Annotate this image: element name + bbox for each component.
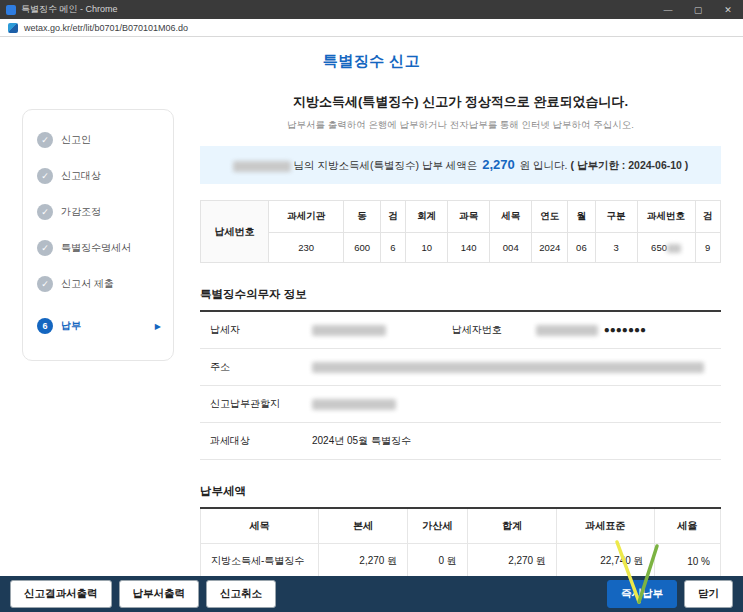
value-address: [304, 349, 721, 386]
cell-rate: 10 %: [654, 544, 720, 579]
cell-tax-base: 22,740 원: [556, 544, 654, 579]
cell-check2: 9: [695, 233, 720, 263]
cell-tax-no: 650: [637, 233, 695, 263]
step-label: 신고서 제출: [61, 277, 114, 291]
chrome-app-icon: [6, 5, 16, 15]
value-tax-target: 2024년 05월 특별징수: [304, 423, 721, 460]
column-header: 과세표준: [556, 509, 654, 544]
table-row: 신고납부관할지: [200, 386, 721, 423]
value-jurisdiction: [304, 386, 721, 423]
check-icon: ✓: [37, 168, 53, 184]
table-row: 과세대상 2024년 05월 특별징수: [200, 423, 721, 460]
cell-year: 2024: [532, 233, 568, 263]
cancel-report-button[interactable]: 신고취소: [206, 580, 276, 608]
column-header: 회계: [406, 201, 448, 233]
browser-window: 특별징수 메인 - Chrome — ▢ ✕ wetax.go.kr/etr/l…: [0, 0, 743, 612]
masked-digits: ●●●●●●●: [604, 324, 646, 335]
chevron-right-icon: ▶: [155, 322, 161, 331]
payment-deadline: ( 납부기한 : 2024-06-10 ): [570, 159, 688, 171]
cell-agency: 230: [269, 233, 344, 263]
page-title: 특별징수 신고: [0, 52, 743, 71]
label-address: 주소: [200, 349, 304, 386]
print-bill-button[interactable]: 납부서출력: [119, 580, 200, 608]
sidebar-item-target[interactable]: ✓ 신고대상: [37, 168, 161, 184]
url-bar[interactable]: wetax.go.kr/etr/lit/b0701/B070101M06.do: [0, 19, 743, 37]
cell-tax-item: 지방소득세-특별징수: [201, 544, 319, 579]
page-body: 특별징수 신고 ✓ 신고인 ✓ 신고대상 ✓ 가감조정 ✓ 특별징수명세서: [0, 37, 743, 612]
cell-total: 2,270 원: [467, 544, 556, 579]
step-label: 가감조정: [61, 205, 101, 219]
step-number-badge: 6: [37, 318, 53, 334]
sidebar-item-adjustment[interactable]: ✓ 가감조정: [37, 204, 161, 220]
redacted-value: [312, 325, 386, 336]
check-icon: ✓: [37, 240, 53, 256]
label-taxpayer-no: 납세자번호: [442, 312, 528, 349]
redacted-value: [312, 362, 704, 373]
payment-section-title: 납부세액: [200, 484, 721, 509]
cell-item: 004: [490, 233, 532, 263]
maximize-button[interactable]: ▢: [683, 0, 713, 19]
cell-dong: 600: [344, 233, 381, 263]
window-titlebar: 특별징수 메인 - Chrome — ▢ ✕: [0, 0, 743, 19]
footer-action-bar: 신고결과서출력 납부서출력 신고취소 즉시납부 닫기: [0, 576, 743, 612]
check-icon: ✓: [37, 204, 53, 220]
column-header: 동: [344, 201, 381, 233]
completion-heading: 지방소득세(특별징수) 신고가 정상적으로 완료되었습니다.: [200, 93, 721, 111]
url-text: wetax.go.kr/etr/lit/b0701/B070101M06.do: [24, 23, 188, 33]
main-content: 지방소득세(특별징수) 신고가 정상적으로 완료되었습니다. 납부서를 출력하여…: [174, 71, 721, 579]
table-row: 납세자 납세자번호 ●●●●●●●: [200, 312, 721, 349]
table-row: 230 600 6 10 140 004 2024 06 3 650 9: [201, 233, 721, 263]
label-tax-target: 과세대상: [200, 423, 304, 460]
redacted-digits: [667, 244, 681, 253]
column-header: 본세: [319, 509, 408, 544]
tax-number-label: 납세번호: [201, 201, 269, 263]
table-row: 주소: [200, 349, 721, 386]
step-label: 특별징수명세서: [61, 241, 131, 255]
close-window-button[interactable]: ✕: [713, 0, 743, 19]
completion-subtext: 납부서를 출력하여 은행에 납부하거나 전자납부를 통해 인터넷 납부하여 주십…: [200, 119, 721, 132]
print-result-button[interactable]: 신고결과서출력: [10, 580, 112, 608]
payment-amount-notice: 님의 지방소득세(특별징수) 납부 세액은 2,270 원 입니다. ( 납부기…: [200, 146, 721, 184]
cell-principal: 2,270 원: [319, 544, 408, 579]
step-label: 신고인: [61, 133, 91, 147]
payer-info-table: 납세자 납세자번호 ●●●●●●● 주소 신고납부관할지 과세대상: [200, 312, 721, 460]
cell-penalty: 0 원: [408, 544, 468, 579]
tax-number-table: 납세번호 과세기관 동 검 회계 과목 세목 연도 월 구분 과세번호 검: [200, 200, 721, 263]
column-header: 과세기관: [269, 201, 344, 233]
step-label: 납부: [61, 319, 81, 333]
sidebar-item-statement[interactable]: ✓ 특별징수명세서: [37, 240, 161, 256]
column-header: 연도: [532, 201, 568, 233]
cell-division: 3: [595, 233, 637, 263]
column-header: 세목: [490, 201, 532, 233]
step-label: 신고대상: [61, 169, 101, 183]
payer-info-title: 특별징수의무자 정보: [200, 287, 721, 312]
notice-unit: 원 입니다.: [520, 159, 568, 171]
steps-sidebar: ✓ 신고인 ✓ 신고대상 ✓ 가감조정 ✓ 특별징수명세서 ✓ 신고서 제출: [22, 109, 174, 361]
redacted-name: [233, 161, 291, 172]
column-header: 월: [568, 201, 595, 233]
window-title: 특별징수 메인 - Chrome: [21, 3, 653, 16]
sidebar-item-reporter[interactable]: ✓ 신고인: [37, 132, 161, 148]
column-header: 합계: [467, 509, 556, 544]
minimize-button[interactable]: —: [653, 0, 683, 19]
window-controls: — ▢ ✕: [653, 0, 743, 19]
cell-account: 10: [406, 233, 448, 263]
cell-check1: 6: [380, 233, 405, 263]
column-header: 과세번호: [637, 201, 695, 233]
sidebar-item-submit[interactable]: ✓ 신고서 제출: [37, 276, 161, 292]
close-button[interactable]: 닫기: [684, 580, 733, 608]
table-row: 지방소득세-특별징수 2,270 원 0 원 2,270 원 22,740 원 …: [201, 544, 721, 579]
check-icon: ✓: [37, 276, 53, 292]
redacted-value: [312, 399, 396, 410]
label-taxpayer: 납세자: [200, 312, 304, 349]
payment-amount: 2,270: [482, 157, 515, 172]
notice-prefix: 님의 지방소득세(특별징수) 납부 세액은: [294, 159, 478, 171]
check-icon: ✓: [37, 132, 53, 148]
column-header: 검: [695, 201, 720, 233]
value-taxpayer-no: ●●●●●●●: [528, 312, 721, 349]
sidebar-item-payment[interactable]: 6 납부 ▶: [37, 318, 161, 334]
column-header: 세율: [654, 509, 720, 544]
cell-subject: 140: [448, 233, 490, 263]
pay-now-button[interactable]: 즉시납부: [607, 580, 677, 608]
cell-month: 06: [568, 233, 595, 263]
